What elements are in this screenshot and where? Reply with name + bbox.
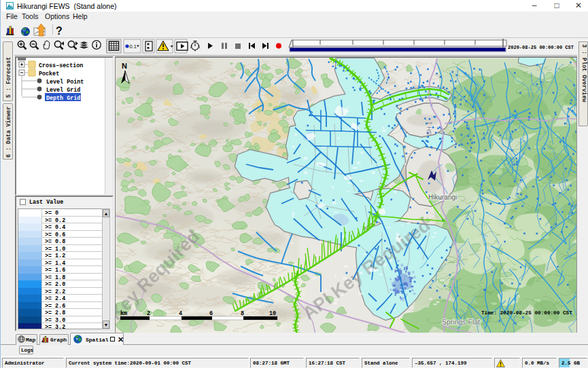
svg-text:Time: 2020-08-25 00:00:00 CST: Time: 2020-08-25 00:00:00 CST <box>481 310 572 316</box>
svg-text:10: 10 <box>269 310 276 317</box>
svg-text:Pocket: Pocket <box>39 71 59 77</box>
svg-text:2: 2 <box>147 310 150 317</box>
svg-text:6: 6 <box>209 310 213 317</box>
svg-text:Springs Flat: Springs Flat <box>442 318 480 326</box>
svg-text:0.1: 0.1 <box>130 43 137 50</box>
svg-text:SH 1: SH 1 <box>426 122 433 136</box>
svg-text:Cross–section: Cross–section <box>39 62 83 69</box>
svg-text:Depth Grid: Depth Grid <box>46 95 80 102</box>
svg-text:Level Grid: Level Grid <box>46 87 80 94</box>
svg-text:8: 8 <box>241 310 244 317</box>
svg-text:km: km <box>120 310 127 317</box>
svg-text:N: N <box>122 62 127 70</box>
svg-text:2020-08-25 00:00:00 CST: 2020-08-25 00:00:00 CST <box>508 45 574 50</box>
svg-text:4: 4 <box>179 310 182 317</box>
svg-text:Level Point: Level Point <box>46 79 84 86</box>
svg-text:?: ? <box>56 25 63 37</box>
svg-text:Hikurangi: Hikurangi <box>428 194 457 201</box>
